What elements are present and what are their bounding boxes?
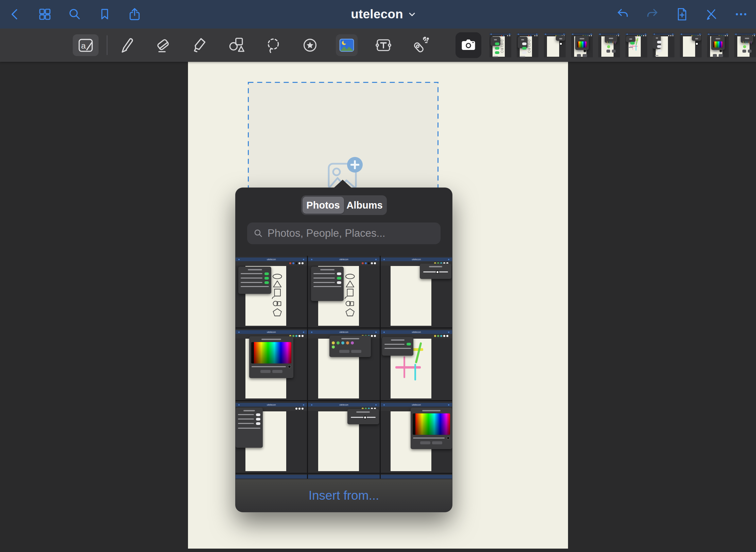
photo-thumbnail-screenshot-highlighter-thickness[interactable]: utelecon — [381, 256, 452, 327]
photo-thumbnail-screenshot-highlighter-color-presets[interactable]: utelecon — [308, 328, 379, 400]
scroll-mode-tool[interactable]: a — [73, 34, 99, 56]
photo-thumbnail-partial-row — [381, 474, 452, 479]
mini-screenshot: utelecon — [308, 328, 379, 400]
mini-screenshot: utelecon — [381, 401, 452, 473]
photo-grid: uteleconuteleconuteleconuteleconutelecon… — [236, 256, 452, 479]
back-button[interactable] — [7, 7, 22, 22]
camera-button[interactable] — [456, 32, 481, 58]
mini-screenshot: utelecon — [236, 328, 307, 400]
photo-thumbnail-partial-row — [236, 474, 307, 479]
lasso-icon — [264, 36, 282, 54]
mini-screenshot: utelecon — [308, 401, 379, 473]
photos-albums-segmented: Photos Albums — [301, 195, 387, 215]
eraser-icon — [154, 36, 172, 54]
nav-left-group — [7, 0, 142, 29]
search-button[interactable] — [67, 7, 82, 22]
photo-thumbnail-screenshot-eraser-panel[interactable]: utelecon — [236, 401, 307, 473]
pen-tool[interactable] — [116, 34, 137, 56]
lasso-tool[interactable] — [262, 34, 284, 56]
mini-screenshot: utelecon — [489, 33, 511, 57]
recent-highlighter-thickness[interactable]: utelecon — [544, 33, 566, 57]
nav-right-group — [615, 0, 749, 29]
photo-thumbnail-partial-row — [308, 474, 379, 479]
mini-screenshot: utelecon — [653, 33, 674, 57]
recent-pen-thickness[interactable]: utelecon — [680, 33, 702, 57]
share-icon — [127, 7, 142, 21]
document-grid-view-button[interactable] — [37, 7, 52, 22]
add-page-button[interactable] — [674, 7, 689, 22]
photo-thumbnail-screenshot-pen-thickness[interactable]: utelecon — [308, 401, 379, 473]
pen-icon — [117, 36, 136, 54]
photos-popover: Photos Albums uteleconuteleconuteleconut… — [235, 188, 452, 512]
highlighter-tool[interactable] — [189, 34, 211, 56]
text-tool-icon — [374, 36, 393, 54]
photo-search-field[interactable] — [247, 222, 441, 244]
navigation-bar: utelecon — [0, 0, 756, 29]
mini-screenshot: utelecon — [680, 33, 702, 57]
recent-pen-spectrum[interactable]: utelecon — [707, 33, 729, 57]
mini-screenshot: utelecon — [625, 33, 647, 57]
text-tool[interactable] — [373, 34, 394, 56]
mini-screenshot: utelecon — [236, 401, 307, 473]
laser-pointer-icon — [411, 36, 429, 54]
recent-lasso-tool[interactable]: utelecon — [489, 33, 511, 57]
add-page-icon — [675, 7, 689, 21]
recent-eraser-panel[interactable]: utelecon — [653, 33, 674, 57]
shapes-tool[interactable] — [226, 34, 247, 56]
insert-from-button[interactable]: Insert from... — [309, 488, 379, 503]
tool-bar: a — [0, 29, 756, 62]
svg-text:a: a — [81, 41, 86, 50]
shapes-icon — [227, 36, 246, 54]
recent-highlighter-strokes[interactable]: utelecon — [625, 33, 647, 57]
mini-screenshot: utelecon — [381, 328, 452, 400]
redo-button[interactable] — [645, 7, 660, 22]
search-icon — [253, 228, 263, 238]
image-tool[interactable] — [336, 34, 358, 56]
photo-thumbnail-screenshot-shape-tool-panel[interactable]: utelecon — [308, 256, 379, 327]
recent-pen-presets[interactable]: utelecon — [734, 33, 756, 57]
handwriting-mode-icon: a — [76, 36, 95, 54]
sticker-star-icon — [301, 36, 319, 54]
recent-highlighter-presets[interactable]: utelecon — [598, 33, 620, 57]
chevron-down-icon — [408, 10, 416, 18]
document-title-label: utelecon — [351, 7, 403, 21]
undo-button[interactable] — [615, 7, 630, 22]
mini-screenshot: utelecon — [544, 33, 566, 57]
back-chevron-icon — [8, 7, 22, 21]
sticker-tool[interactable] — [299, 34, 321, 56]
photo-thumbnail-screenshot-pen-color-spectrum[interactable]: utelecon — [381, 401, 452, 473]
mini-screenshot: utelecon — [734, 33, 756, 57]
recent-shape-tool[interactable]: utelecon — [517, 33, 538, 57]
plus-badge-icon — [347, 157, 363, 173]
photo-thumbnail-screenshot-lasso-tool-panel[interactable]: utelecon — [236, 256, 307, 327]
search-icon — [68, 7, 82, 21]
camera-icon — [460, 36, 477, 54]
mini-screenshot: utelecon — [707, 33, 729, 57]
recent-photos-strip: uteleconuteleconuteleconuteleconutelecon… — [489, 33, 756, 57]
app-window: utelecon a — [0, 0, 756, 552]
tab-albums[interactable]: Albums — [344, 197, 385, 214]
more-button[interactable] — [734, 7, 749, 22]
stop-editing-button[interactable] — [704, 7, 719, 22]
photo-thumbnail-screenshot-highlighter-strokes[interactable]: utelecon — [381, 328, 452, 400]
mini-screenshot: utelecon — [236, 256, 307, 327]
recent-highlighter-spectrum[interactable]: utelecon — [571, 33, 593, 57]
toolbar-divider — [107, 35, 107, 55]
bookmark-icon — [98, 7, 111, 21]
eraser-tool[interactable] — [152, 34, 174, 56]
document-title[interactable]: utelecon — [351, 0, 416, 29]
mini-screenshot: utelecon — [598, 33, 620, 57]
redo-icon — [645, 7, 659, 21]
share-button[interactable] — [127, 7, 142, 22]
search-input[interactable] — [268, 227, 434, 239]
mini-screenshot: utelecon — [517, 33, 538, 57]
popover-arrow — [334, 180, 351, 188]
grid-view-icon — [38, 7, 52, 21]
bookmark-button[interactable] — [97, 7, 112, 22]
mini-screenshot: utelecon — [571, 33, 593, 57]
laser-pointer-tool[interactable] — [409, 34, 431, 56]
undo-icon — [616, 7, 630, 21]
image-tool-icon — [338, 36, 356, 54]
tab-photos[interactable]: Photos — [303, 197, 344, 214]
photo-thumbnail-screenshot-highlighter-color-spectrum[interactable]: utelecon — [236, 328, 307, 400]
